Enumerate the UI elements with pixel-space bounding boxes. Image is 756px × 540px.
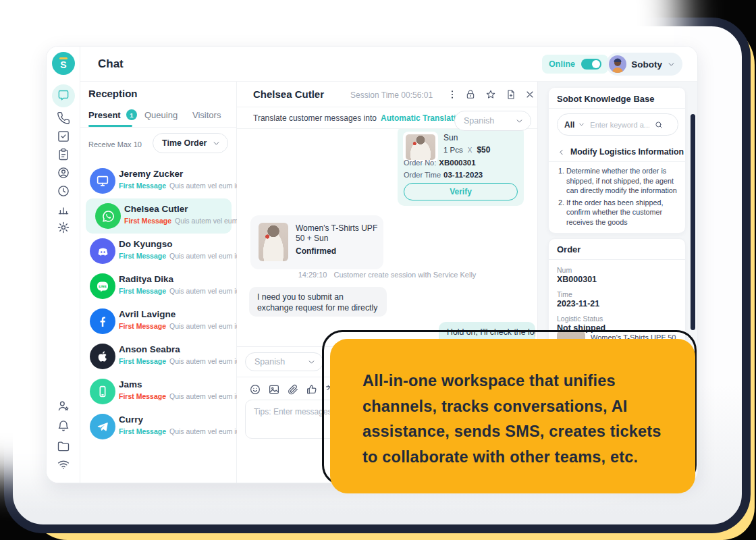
divider [549,161,685,162]
first-message-tag: First Message [119,252,166,260]
clipboard-nav-icon[interactable] [57,148,70,161]
icon-rail: S [47,47,80,483]
order-num: XB000301 [557,275,597,284]
contact-row-curry[interactable]: Curry First MessageQuis autem vel eum iu… [80,409,237,444]
page-title: Chat [98,47,124,82]
order-card-title: Order [557,244,580,254]
analytics-nav-icon[interactable] [57,202,70,216]
mobile-app-icon [90,379,115,404]
star-icon[interactable] [485,89,496,100]
knowledge-base-title: Sobot Knowledge Base [557,94,654,104]
lock-icon[interactable] [465,89,476,100]
translate-language-value: Spanish [464,116,494,126]
thumbs-up-icon[interactable] [306,383,318,396]
file-add-icon[interactable] [506,89,516,100]
user-menu[interactable]: Soboty [606,53,682,76]
chevron-down-icon [515,117,524,126]
order-verify-card: Sun 1 Pcs X $50 Order No:XB000301 Order … [398,129,524,206]
session-time: Session Time 00:56:01 [350,90,433,100]
close-icon[interactable] [524,89,535,100]
logo-letter: S [60,60,66,70]
tab-queuing[interactable]: Queuing [144,110,178,120]
translate-language-select[interactable]: Spanish [454,111,531,131]
window-header: Chat Online Soboty [80,47,697,82]
settings-nav-icon[interactable] [57,221,70,234]
divider [80,127,236,128]
article-step: Determine whether the order is shipped, … [566,166,682,196]
order-no: XB000301 [439,159,475,167]
contact-row-jeremy-zucker[interactable]: Jeremy Zucker First MessageQuis autem ve… [80,163,237,198]
order-no-label: Order No: [404,159,436,167]
article-header: Modify Logistics Information [557,147,684,157]
user-avatar [609,55,626,73]
image-icon[interactable] [268,383,280,396]
search-filter[interactable]: All [564,120,574,130]
telegram-icon [90,414,115,439]
chat-header: Chelsea Cutler Session Time 00:56:01 [237,82,537,107]
tasks-nav-icon[interactable] [57,130,70,143]
contact-row-anson-seabra[interactable]: Anson Seabra First MessageQuis autem vel… [80,339,237,374]
contact-row-chelsea-cutler[interactable]: Chelsea Cutler First MessageQuis autem v… [86,198,232,234]
history-nav-icon[interactable] [57,184,70,198]
time-order-select[interactable]: Time Order [153,133,228,153]
article-title: Modify Logistics Information [570,147,684,157]
more-options-icon[interactable] [447,89,458,100]
tab-visitors[interactable]: Visitors [192,110,221,120]
article-step: If the order has been shipped, confirm w… [566,198,682,227]
system-message-text: Customer create session with Service Kel… [333,271,476,279]
tab-present[interactable]: Present [88,110,121,120]
page-background: S Chat Online [0,0,756,540]
callout-text-line: All-in-one workspace that unifies [362,369,675,394]
first-message-tag: First Message [119,357,166,365]
contact-row-raditya-dika[interactable]: LINE Raditya Dika First MessageQuis aute… [80,269,237,304]
first-message-tag: First Message [119,427,166,435]
online-status-pill[interactable]: Online [542,55,608,74]
message-preview: Quis autem vel eum iu... [169,357,246,365]
contact-nav-icon[interactable] [57,166,70,180]
contact-row-avril-lavigne[interactable]: Avril Lavigne First MessageQuis autem ve… [80,304,237,339]
knowledge-search[interactable]: All [557,113,678,136]
reception-panel: Reception Present 1 Queuing Visitors Rec… [80,82,237,483]
order-time: 03-11-2023 [443,171,483,179]
contact-row-do-kyungso[interactable]: Do Kyungso First MessageQuis autem vel e… [80,234,237,269]
contact-row-jams[interactable]: Jams First MessageQuis autem vel eum iu.… [80,374,237,409]
chat-contact-name: Chelsea Cutler [253,88,324,100]
network-nav-icon[interactable] [57,458,70,471]
first-message-tag: First Message [124,217,171,225]
chevron-down-icon [667,60,676,69]
product-photo [259,223,288,261]
phone-nav-icon[interactable] [57,111,70,125]
discord-icon [90,238,115,264]
whatsapp-icon [95,203,121,229]
translate-mode-link[interactable]: Automatic Translation [381,113,466,123]
sobot-logo[interactable]: S [52,52,75,75]
message-preview: Quis autem vel eum iu... [169,182,246,190]
notifications-nav-icon[interactable] [57,419,70,433]
facebook-icon [90,308,115,334]
attachment-icon[interactable] [287,383,299,396]
message-preview: Quis autem vel eum iu... [169,427,246,435]
scrollbar[interactable] [691,114,695,330]
verify-button[interactable]: Verify [404,183,518,200]
divider [549,108,685,109]
line-icon: LINE [90,273,115,299]
callout-text-line: to collaborate with other teams, etc. [362,445,675,470]
receive-max-label: Receive Max 10 [88,140,142,148]
first-message-tag: First Message [119,392,166,400]
order-num-label: Num [557,266,572,274]
online-toggle[interactable] [581,59,601,70]
reply-language-select[interactable]: Spanish [245,352,323,371]
search-icon[interactable] [654,120,664,130]
chevron-down-icon [578,121,585,128]
user-search-nav-icon[interactable] [57,399,70,412]
message-preview: Quis autem vel eum iu... [169,322,246,330]
chat-nav-icon[interactable] [57,89,70,103]
chevron-left-icon[interactable] [557,148,566,157]
product-status: Confirmed [296,246,336,256]
message-preview: Quis autem vel eum iu... [169,252,246,260]
emoji-icon[interactable] [249,383,261,396]
search-input[interactable] [589,120,651,130]
message-preview: Quis autem vel eum iu... [169,392,246,400]
message-list: Sun 1 Pcs X $50 Order No:XB000301 Order … [237,129,537,346]
folder-nav-icon[interactable] [57,439,70,453]
